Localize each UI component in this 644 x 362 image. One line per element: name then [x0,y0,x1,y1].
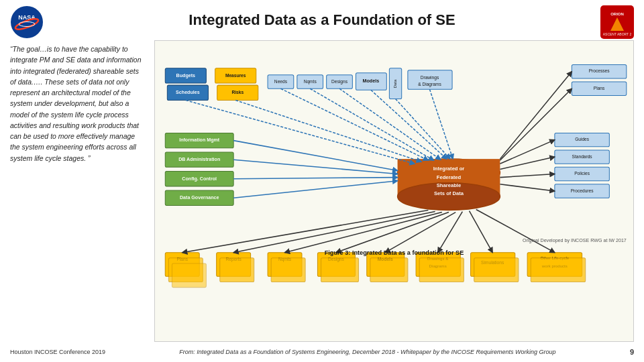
svg-text:Measures: Measures [225,73,246,78]
svg-text:Drawings: Drawings [421,75,439,80]
svg-text:Integrated or: Integrated or [433,166,465,172]
svg-text:Guides: Guides [575,137,590,141]
header: NASA Integrated Data as a Foundation of … [0,0,644,40]
svg-text:Shareable: Shareable [437,182,461,188]
svg-text:Models: Models [363,78,380,84]
footer-page: 9 [630,348,634,356]
svg-text:DB Administration: DB Administration [178,157,220,162]
diagram-container: Budgets Schedules Measures Risks Needs N… [154,40,634,342]
svg-text:Designs: Designs [331,79,348,84]
quote-text: “The goal…is to have the capability to i… [10,44,144,164]
svg-rect-26 [408,70,452,90]
footer-conference: Houston INCOSE Conference 2019 [10,349,105,355]
svg-text:Nqmts: Nqmts [304,79,317,84]
svg-text:Processes: Processes [589,69,610,74]
svg-line-102 [233,212,435,253]
svg-text:Information Mgmt: Information Mgmt [179,138,220,143]
svg-rect-82 [531,258,585,282]
svg-line-108 [476,210,555,253]
footer: Houston INCOSE Conference 2019 From: Int… [0,342,644,362]
svg-line-96 [500,157,554,169]
page-title: Integrated Data as a Foundation of SE [189,11,455,29]
svg-line-94 [233,181,397,198]
svg-text:Risks: Risks [231,90,244,95]
svg-text:Data Governance: Data Governance [180,195,219,200]
svg-text:Standards: Standards [572,154,593,159]
svg-text:Federated: Federated [437,174,462,180]
left-text-column: “The goal…is to have the capability to i… [10,40,151,342]
svg-text:Needs: Needs [274,79,288,84]
svg-rect-59 [172,263,206,288]
svg-line-100 [500,88,572,160]
svg-rect-78 [474,258,519,282]
svg-line-98 [500,184,554,191]
svg-line-104 [336,213,449,253]
svg-line-106 [438,212,463,253]
svg-rect-65 [271,258,305,282]
svg-text:Schedules: Schedules [176,90,200,95]
right-diagram: Budgets Schedules Measures Risks Needs N… [151,40,634,342]
svg-line-91 [233,141,397,171]
svg-text:Policies: Policies [574,171,590,176]
nasa-logo: NASA [10,5,44,39]
main-content: “The goal…is to have the capability to i… [0,40,644,342]
svg-line-101 [182,210,429,253]
svg-line-103 [285,213,442,253]
svg-rect-62 [220,258,254,282]
svg-text:ASCENT ABORT 2: ASCENT ABORT 2 [603,32,632,36]
svg-text:Procedures: Procedures [571,188,594,193]
ascent-logo: ORION ASCENT ABORT 2 [600,5,634,39]
svg-line-84 [235,101,421,162]
svg-line-88 [371,90,447,159]
footer-source: From: Integrated Data as a Foundation of… [105,349,630,355]
svg-text:ORION: ORION [610,12,624,16]
svg-rect-75 [419,258,464,282]
incose-credit: Original Developed by INCOSE RWG at IW 2… [523,238,627,243]
svg-text:Plans: Plans [594,86,605,90]
svg-text:Sets of Data: Sets of Data [434,190,464,196]
svg-text:& Diagrams: & Diagrams [418,82,441,87]
svg-text:Budgets: Budgets [176,73,195,78]
svg-line-89 [396,99,450,159]
svg-text:Config. Control: Config. Control [182,176,217,182]
svg-rect-68 [321,258,359,282]
svg-line-92 [233,160,397,174]
svg-line-93 [233,178,397,179]
figure-caption: Figure 3: Integrated Data as a foundatio… [325,249,464,256]
svg-text:Data: Data [392,79,397,88]
svg-rect-71 [370,258,408,282]
svg-line-97 [500,174,554,178]
svg-line-86 [310,88,433,160]
